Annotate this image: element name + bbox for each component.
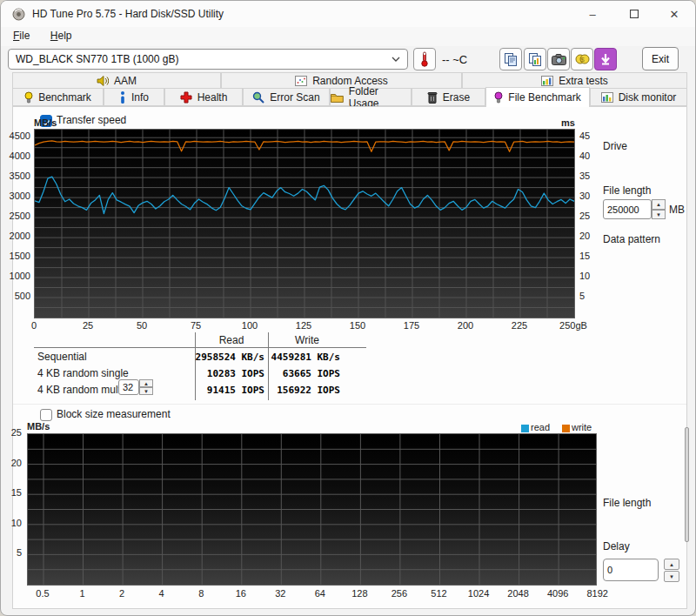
- table-col-write: Write: [268, 334, 346, 346]
- tab-disk-monitor[interactable]: Disk monitor: [590, 88, 687, 106]
- axis-tick-label: 75: [178, 320, 213, 331]
- close-button[interactable]: ✕: [655, 1, 693, 27]
- axis-tick-label: 4500: [3, 131, 30, 141]
- maximize-button[interactable]: [615, 1, 653, 27]
- random-multi-read-value: 91415 IOPS: [177, 385, 264, 396]
- exit-button[interactable]: Exit: [642, 47, 679, 70]
- table-header-rule: [34, 347, 366, 348]
- stepper-up-icon[interactable]: ▲: [139, 379, 153, 387]
- axis-tick-label: 2500: [3, 211, 30, 221]
- title-bar: HD Tune Pro 5.75 - Hard Disk/SSD Utility…: [1, 1, 695, 27]
- chevron-down-icon: [392, 57, 400, 62]
- vertical-scrollbar[interactable]: [685, 427, 689, 542]
- axis-tick-label: 250gB: [556, 320, 591, 331]
- stepper-down-icon[interactable]: ▼: [139, 387, 153, 395]
- screenshot-button[interactable]: [547, 48, 570, 70]
- menu-bar: File Help: [1, 27, 695, 46]
- tab-folder-usage[interactable]: Folder Usage: [330, 88, 412, 106]
- tab-random-access[interactable]: Random Access: [221, 72, 462, 89]
- queue-depth-input[interactable]: 32: [118, 379, 139, 395]
- axis-tick-label: 4096: [540, 588, 575, 599]
- table-col-read: Read: [195, 334, 268, 346]
- copy-image-button[interactable]: [524, 48, 546, 70]
- tab-file-benchmark-label: File Benchmark: [508, 91, 580, 104]
- copy-icon: [504, 52, 518, 66]
- transfer-speed-label: Transfer speed: [57, 114, 126, 126]
- health-cross-icon: [180, 91, 192, 104]
- axis-tick-label: 256: [382, 588, 417, 599]
- row-sequential-label: Sequential: [37, 351, 87, 363]
- file-length-value: 250000: [607, 204, 639, 215]
- axis-tick-label: 8192: [580, 588, 615, 599]
- block-size-label: Block size measurement: [57, 408, 171, 420]
- axis-tick-label: 175: [394, 320, 429, 331]
- file-length-unit: MB: [669, 204, 685, 216]
- drive-select[interactable]: WD_BLACK SN770 1TB (1000 gB): [8, 49, 408, 70]
- legend-read-swatch: [521, 425, 529, 432]
- drive-select-value: WD_BLACK SN770 1TB (1000 gB): [16, 53, 392, 65]
- tab-benchmark[interactable]: Benchmark: [12, 88, 104, 106]
- axis-tick-label: 15: [579, 251, 602, 261]
- axis-tick-label: 150: [340, 320, 375, 331]
- axis-tick-label: 4: [144, 588, 179, 599]
- axis-tick-label: 0: [17, 320, 51, 331]
- queue-depth-stepper[interactable]: ▲ ▼: [139, 379, 153, 395]
- delay-input[interactable]: 0: [603, 559, 659, 581]
- tab-health[interactable]: Health: [164, 88, 243, 106]
- tab-erase[interactable]: Erase: [412, 88, 485, 106]
- stepper-up-icon[interactable]: ▲: [664, 559, 679, 570]
- menu-help[interactable]: Help: [46, 27, 77, 44]
- axis-tick-label: 30: [579, 191, 602, 201]
- tab-aam[interactable]: AAM: [12, 72, 221, 89]
- benchmark-bulb-icon: [24, 91, 33, 104]
- minimize-button[interactable]: –: [573, 1, 612, 27]
- axis-tick-label: 40: [579, 151, 602, 161]
- axis-tick-label: 0.5: [25, 588, 60, 599]
- delay-stepper[interactable]: ▲ ▼: [664, 559, 679, 582]
- temperature-readout: -- ~C: [442, 53, 467, 66]
- update-button[interactable]: [594, 48, 617, 70]
- axis-tick-label: 45: [579, 131, 602, 141]
- legend-read-label: read: [531, 422, 550, 432]
- stepper-up-icon[interactable]: ▲: [652, 199, 666, 210]
- disk-monitor-icon: [601, 92, 613, 103]
- tab-error-scan[interactable]: Error Scan: [243, 88, 330, 106]
- row-random-single-label: 4 KB random single: [37, 367, 129, 379]
- axis-tick-label: 4000: [3, 151, 30, 161]
- section-divider: [13, 404, 686, 405]
- file-length-input[interactable]: 250000: [603, 199, 652, 219]
- app-icon: [12, 8, 25, 21]
- registration-button[interactable]: $: [571, 48, 593, 70]
- stepper-down-icon[interactable]: ▼: [652, 210, 666, 219]
- tab-disk-monitor-label: Disk monitor: [619, 91, 677, 104]
- axis-tick-label: 225: [502, 320, 537, 331]
- legend-write-swatch: [562, 425, 570, 432]
- axis-tick-label: 1024: [461, 588, 496, 599]
- axis-tick-label: 16: [224, 588, 258, 599]
- tab-health-label: Health: [197, 91, 228, 104]
- file-length-stepper[interactable]: ▲ ▼: [652, 199, 666, 219]
- random-single-read-value: 10283 IOPS: [177, 368, 264, 379]
- copy-image-icon: [528, 52, 542, 66]
- axis-tick-label: 512: [422, 588, 457, 599]
- axis-tick-label: 50: [124, 320, 159, 331]
- axis-tick-label: 2000: [3, 231, 30, 241]
- drive-label: Drive: [603, 140, 627, 152]
- menu-file[interactable]: File: [9, 27, 34, 44]
- axis-tick-label: 1000: [3, 271, 30, 281]
- tab-error-scan-label: Error Scan: [270, 91, 319, 104]
- tab-info[interactable]: Info: [104, 88, 164, 106]
- stepper-down-icon[interactable]: ▼: [664, 571, 679, 582]
- axis-tick-label: 5: [579, 291, 602, 301]
- axis-tick-label: 128: [342, 588, 377, 599]
- axis-tick-label: 1500: [3, 251, 30, 261]
- temperature-button[interactable]: [413, 48, 436, 70]
- copy-text-button[interactable]: [499, 48, 522, 70]
- svg-text:$: $: [580, 56, 585, 64]
- file-length-label-top: File length: [603, 184, 651, 197]
- sequential-read-value: 2958524 KB/s: [177, 352, 264, 363]
- extra-tests-icon: [541, 76, 553, 86]
- delay-value: 0: [607, 565, 612, 575]
- tab-file-benchmark[interactable]: File Benchmark: [485, 87, 590, 107]
- block-size-checkbox[interactable]: [40, 409, 52, 421]
